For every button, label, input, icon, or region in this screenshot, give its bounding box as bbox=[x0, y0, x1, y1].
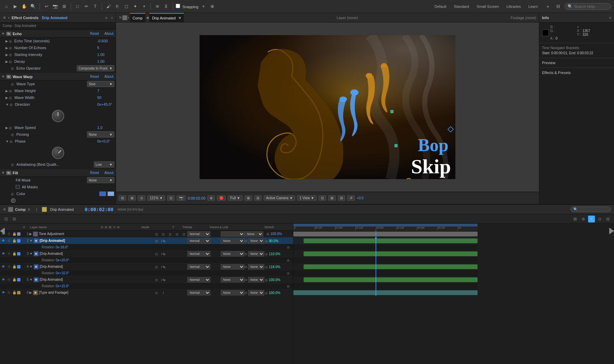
snapping-checkbox[interactable] bbox=[176, 4, 180, 8]
undo-icon[interactable]: ↩ bbox=[43, 3, 50, 10]
layer5-lock[interactable]: 🔒 bbox=[12, 278, 17, 281]
timeline-adjust-icon[interactable]: ⊟ bbox=[604, 216, 611, 222]
clone-tool[interactable]: ⎘ bbox=[114, 3, 121, 10]
timeline-stagger-icon[interactable]: ⊟ bbox=[11, 216, 18, 222]
num-echoes-expand[interactable]: ▶ bbox=[5, 46, 8, 50]
layer5-trkmat[interactable]: None bbox=[221, 277, 245, 282]
layer2-rotation-value[interactable]: 0x-16.0° bbox=[56, 245, 68, 249]
transparency-icon[interactable]: ⊞ bbox=[245, 195, 252, 201]
layer1-lock[interactable]: 🔒 bbox=[12, 232, 17, 236]
zoom-dropdown[interactable]: 121% ▼ bbox=[147, 195, 165, 201]
starting-intensity-value[interactable]: 1.00 bbox=[97, 53, 114, 57]
reset-icon[interactable]: ↺ bbox=[347, 195, 355, 201]
layer1-switch5[interactable]: ⊡ bbox=[180, 232, 187, 236]
workspace-learn[interactable]: Learn bbox=[525, 4, 541, 9]
layer5-rotation-value[interactable]: 0x+15.0° bbox=[56, 284, 69, 288]
drip-animated-tab[interactable]: Drip Animated ✕ bbox=[149, 13, 184, 23]
wave-height-value[interactable]: 7 bbox=[97, 89, 114, 93]
fill-knob-small[interactable] bbox=[11, 198, 16, 203]
camera-view-icon[interactable]: ⊙ bbox=[138, 195, 145, 201]
layer2-vis[interactable]: 👁 bbox=[1, 239, 6, 243]
workspace-small-screen[interactable]: Small Screen bbox=[473, 4, 502, 9]
wave-warp-expand[interactable]: ▼ bbox=[1, 75, 5, 78]
phase-expand[interactable]: ▼ bbox=[5, 140, 9, 143]
wave-warp-reset[interactable]: Reset bbox=[90, 75, 99, 78]
layer4-expand[interactable]: ▼ bbox=[29, 265, 33, 268]
phase-value[interactable]: 0x+0.0° bbox=[97, 139, 114, 143]
layer1-switch3[interactable]: ⊡ bbox=[167, 232, 174, 236]
effects-presets-button[interactable]: Effects & Presets bbox=[542, 71, 611, 75]
layer-row-2[interactable]: 👁 ☉ 🔒 2 ▼ ▣ [Drip Animated] ⊡ / fx N bbox=[0, 237, 293, 244]
layer4-vis[interactable]: 👁 bbox=[1, 265, 6, 268]
direction-knob[interactable] bbox=[52, 110, 64, 122]
channel-icon[interactable]: ⊟ bbox=[254, 195, 262, 201]
layer2-lock[interactable]: 🔒 bbox=[12, 239, 17, 243]
layer2-expand[interactable]: ▼ bbox=[29, 239, 33, 243]
wave-width-value[interactable]: 50 bbox=[97, 96, 114, 100]
close-comp-tab[interactable]: ✕ bbox=[119, 15, 122, 20]
eraser-tool[interactable]: ◻ bbox=[122, 3, 130, 10]
target-icon[interactable]: ⊕ bbox=[209, 3, 216, 10]
layer5-expand[interactable]: ▼ bbox=[29, 278, 33, 281]
current-time-display[interactable]: 0:00:02:00 bbox=[188, 196, 205, 200]
preview-settings-icon[interactable]: ⊟ bbox=[119, 195, 126, 201]
layer4-rotation-value[interactable]: 0x+10.0° bbox=[56, 271, 69, 275]
layer3-vis[interactable]: 👁 bbox=[1, 252, 6, 256]
quality-dropdown[interactable]: Full ▼ bbox=[228, 195, 243, 201]
comp-tab[interactable]: Comp bbox=[130, 13, 145, 23]
layer-row-3[interactable]: 👁 ☉ 🔒 3 ▼ ▣ [Drip Animated] ⊡ / fx N bbox=[0, 250, 293, 257]
antialiasing-dropdown[interactable]: Low ▼ bbox=[94, 161, 114, 168]
collapse-right-arrow[interactable] bbox=[609, 228, 614, 234]
fill-about[interactable]: About. bbox=[104, 171, 114, 175]
layer4-lock[interactable]: 🔒 bbox=[12, 265, 17, 268]
layer2-parent[interactable]: None bbox=[248, 238, 264, 244]
pen-tool[interactable]: ✏ bbox=[83, 3, 90, 10]
close-drip-tab[interactable]: ✕ bbox=[178, 16, 181, 20]
camera-dropdown[interactable]: Active Camera ▼ bbox=[264, 195, 295, 201]
layer6-solo[interactable]: ☉ bbox=[6, 291, 12, 294]
echo-time-value[interactable]: -0.600 bbox=[97, 39, 114, 43]
text-tool[interactable]: T bbox=[91, 3, 99, 10]
num-echoes-value[interactable]: 5 bbox=[97, 46, 114, 50]
layer2-switch1[interactable]: ⊡ bbox=[153, 239, 160, 243]
color-swatch-blue[interactable] bbox=[99, 191, 106, 196]
pinning-dropdown[interactable]: None ▼ bbox=[87, 131, 114, 137]
layer1-parent[interactable]: None bbox=[245, 231, 263, 237]
pin-tool[interactable]: ⌖ bbox=[140, 3, 148, 10]
timeline-graph-icon[interactable]: ⊞ bbox=[572, 216, 579, 222]
settings-icon[interactable]: ⊟ bbox=[554, 3, 562, 10]
motion-icon[interactable]: ≋ bbox=[154, 3, 161, 10]
decay-expand[interactable]: ▶ bbox=[5, 60, 8, 63]
layer1-trkmat[interactable] bbox=[221, 231, 245, 237]
workspace-default[interactable]: Default bbox=[431, 4, 450, 9]
warp-icon[interactable]: ⊻ bbox=[162, 3, 170, 10]
panel-menu-icon[interactable]: ≡ bbox=[105, 16, 107, 20]
close-timeline-icon[interactable]: ✕ bbox=[3, 207, 6, 212]
echo-about[interactable]: About. bbox=[104, 32, 114, 35]
timeline-motion-icon[interactable]: ⊙ bbox=[596, 216, 603, 222]
layer2-solo[interactable]: ☉ bbox=[6, 239, 12, 243]
layer2-trkmat[interactable]: None bbox=[221, 238, 245, 244]
layer-row-1[interactable]: 👁 ☉ 🔒 1 ▶ Tone Adjustment ⊡ ⊡ ⊡ ⊡ ⊡ No bbox=[0, 231, 293, 237]
lock-comp-icon[interactable]: ▪ bbox=[128, 16, 129, 19]
rect-tool[interactable]: □ bbox=[74, 3, 81, 10]
always-preview-icon[interactable]: ⊡ bbox=[167, 195, 175, 201]
layer1-switch1[interactable]: ⊡ bbox=[153, 232, 160, 236]
all-masks-checkbox[interactable] bbox=[16, 185, 20, 189]
echo-expand[interactable]: ▼ bbox=[1, 32, 5, 35]
workspace-libraries[interactable]: Libraries bbox=[503, 4, 524, 9]
expand-icon[interactable]: » bbox=[111, 16, 113, 20]
wave-height-expand[interactable]: ▶ bbox=[5, 89, 8, 93]
more-icon[interactable]: » bbox=[544, 3, 552, 10]
layer3-trkmat[interactable]: None bbox=[221, 251, 245, 257]
preview-button[interactable]: Preview bbox=[542, 61, 611, 65]
wave-width-expand[interactable]: ▶ bbox=[5, 96, 8, 100]
layer3-rotation-value[interactable]: 0x+20.0° bbox=[56, 258, 69, 262]
layer2-mode-select[interactable]: Normal bbox=[187, 238, 210, 244]
layer6-vis[interactable]: 👁 bbox=[1, 291, 6, 294]
layer6-mode-select[interactable]: Normal bbox=[187, 290, 210, 295]
search-input[interactable] bbox=[574, 4, 608, 9]
view-dropdown[interactable]: 1 View ▼ bbox=[297, 195, 317, 201]
workspace-standard[interactable]: Standard bbox=[451, 4, 473, 9]
brush-tool[interactable]: 🖌 bbox=[105, 3, 112, 10]
